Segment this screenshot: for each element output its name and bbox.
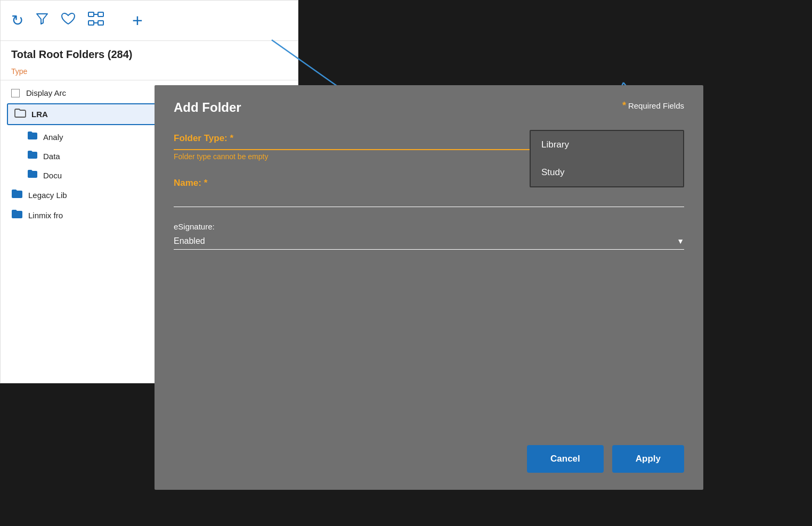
folder-filled-icon5 (11, 209, 23, 221)
folder-filled-icon4 (11, 188, 23, 201)
panel-type-label: Type (1, 65, 298, 80)
filter-icon[interactable] (35, 12, 49, 29)
workflow-icon[interactable] (87, 11, 104, 30)
analy-folder-label: Analy (43, 133, 63, 142)
docu-folder-label: Docu (43, 171, 62, 180)
svg-rect-1 (98, 12, 103, 17)
folder-filled-icon3 (27, 169, 38, 181)
svg-rect-3 (98, 21, 103, 25)
svg-rect-0 (88, 12, 94, 17)
apply-button[interactable]: Apply (612, 445, 684, 473)
folder-type-options: Library Study (530, 130, 684, 187)
name-input[interactable] (174, 191, 684, 207)
option-library[interactable]: Library (531, 131, 683, 159)
esignature-arrow-icon[interactable]: ▼ (677, 237, 684, 245)
archive-label: Display Arc (26, 88, 66, 97)
folder-type-field: Folder Type: * ▼ Folder type cannot be e… (174, 130, 684, 161)
modal-title: Add Folder (174, 100, 241, 115)
folder-filled-icon2 (27, 150, 38, 162)
esignature-field: eSignature: Enabled ▼ (174, 222, 684, 250)
required-fields-note: * Required Fields (622, 100, 684, 111)
legacy-lib-label: Legacy Lib (28, 191, 67, 200)
cancel-button[interactable]: Cancel (527, 445, 604, 473)
folder-outline-icon (14, 108, 26, 120)
linmix-fro-label: Linmix fro (28, 211, 63, 220)
folder-filled-icon (27, 131, 38, 143)
required-fields-label: Required Fields (628, 101, 684, 110)
favorite-icon[interactable] (61, 12, 76, 29)
toolbar: ↻ + (1, 1, 298, 41)
esignature-dropdown[interactable]: Enabled ▼ (174, 233, 684, 250)
svg-rect-2 (88, 21, 94, 25)
esignature-value: Enabled (174, 236, 205, 246)
panel-title: Total Root Folders (284) (1, 41, 298, 65)
add-button[interactable]: + (132, 10, 143, 31)
archive-checkbox[interactable] (11, 89, 20, 97)
option-study[interactable]: Study (531, 159, 683, 186)
modal-footer: Cancel Apply (527, 445, 684, 473)
esignature-label: eSignature: (174, 222, 684, 231)
modal-header: Add Folder * Required Fields (174, 100, 684, 115)
folder-type-label: Folder Type: * (174, 133, 233, 144)
refresh-icon[interactable]: ↻ (11, 12, 23, 29)
lra-folder-label: LRA (31, 110, 48, 119)
data-folder-label: Data (43, 152, 60, 161)
add-folder-modal: Add Folder * Required Fields Folder Type… (155, 85, 703, 490)
required-star-icon: * (622, 100, 626, 111)
